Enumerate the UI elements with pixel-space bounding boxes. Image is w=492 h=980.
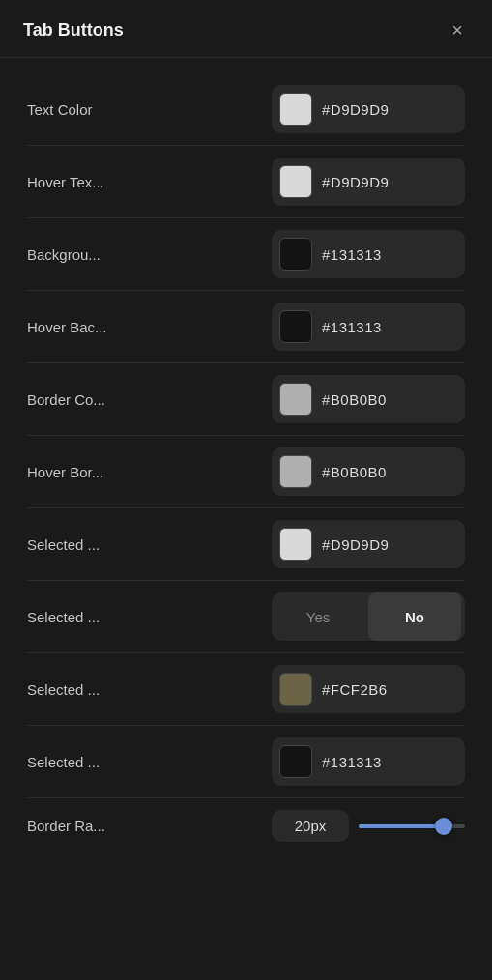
label-hover-border: Hover Bor... — [27, 464, 153, 480]
slider-fill-border-radius — [359, 824, 444, 828]
color-control-hover-border[interactable]: #B0B0B0 — [272, 447, 465, 496]
divider-7 — [27, 652, 465, 653]
divider-5 — [27, 507, 465, 508]
color-swatch-border-color — [279, 383, 312, 416]
toggle-control-selected-toggle: YesNo — [272, 592, 465, 641]
color-hex-selected-color2: #FCF2B6 — [322, 681, 388, 698]
color-swatch-selected-color3 — [279, 745, 312, 778]
divider-9 — [27, 797, 465, 798]
color-swatch-selected-color2 — [279, 673, 312, 706]
divider-0 — [27, 145, 465, 146]
color-swatch-text-color — [279, 93, 312, 126]
close-button[interactable]: × — [446, 17, 469, 43]
color-hex-selected-color3: #131313 — [322, 754, 382, 770]
row-text-color: Text Color#D9D9D9 — [27, 75, 465, 143]
slider-container-border-radius — [359, 824, 465, 828]
color-hex-text-color: #D9D9D9 — [322, 101, 389, 118]
divider-2 — [27, 290, 465, 291]
panel-title: Tab Buttons — [23, 20, 124, 41]
color-swatch-selected-text — [279, 528, 312, 561]
content-area: Text Color#D9D9D9Hover Tex...#D9D9D9Back… — [0, 58, 492, 869]
color-hex-selected-text: #D9D9D9 — [322, 536, 389, 553]
label-hover-background: Hover Bac... — [27, 319, 153, 335]
label-hover-text: Hover Tex... — [27, 174, 153, 190]
color-control-background[interactable]: #131313 — [272, 230, 465, 278]
slider-thumb-border-radius[interactable] — [435, 818, 452, 835]
color-control-selected-color3[interactable]: #131313 — [272, 737, 465, 786]
divider-3 — [27, 362, 465, 363]
divider-4 — [27, 435, 465, 436]
divider-8 — [27, 725, 465, 726]
panel: Tab Buttons × Text Color#D9D9D9Hover Tex… — [0, 0, 492, 980]
color-control-border-color[interactable]: #B0B0B0 — [272, 375, 465, 423]
color-control-text-color[interactable]: #D9D9D9 — [272, 85, 465, 133]
row-selected-text: Selected ...#D9D9D9 — [27, 510, 465, 578]
color-hex-hover-background: #131313 — [322, 319, 382, 335]
toggle-option-no[interactable]: No — [368, 592, 461, 641]
row-selected-toggle: Selected ...YesNo — [27, 583, 465, 650]
row-border-color: Border Co...#B0B0B0 — [27, 365, 465, 433]
color-hex-border-color: #B0B0B0 — [322, 391, 387, 408]
label-selected-color2: Selected ... — [27, 681, 153, 698]
divider-6 — [27, 580, 465, 581]
row-hover-text: Hover Tex...#D9D9D9 — [27, 148, 465, 216]
row-hover-border: Hover Bor...#B0B0B0 — [27, 438, 465, 505]
color-control-selected-color2[interactable]: #FCF2B6 — [272, 665, 465, 713]
label-border-radius: Border Ra... — [27, 818, 153, 834]
slider-control-border-radius: 20px — [272, 810, 465, 842]
color-swatch-background — [279, 238, 312, 271]
color-hex-hover-text: #D9D9D9 — [322, 174, 389, 190]
color-control-hover-background[interactable]: #131313 — [272, 303, 465, 351]
label-border-color: Border Co... — [27, 391, 153, 408]
color-swatch-hover-text — [279, 165, 312, 198]
color-control-selected-text[interactable]: #D9D9D9 — [272, 520, 465, 568]
label-selected-color3: Selected ... — [27, 754, 153, 770]
row-selected-color3: Selected ...#131313 — [27, 728, 465, 795]
row-hover-background: Hover Bac...#131313 — [27, 293, 465, 360]
color-control-hover-text[interactable]: #D9D9D9 — [272, 158, 465, 206]
toggle-option-yes[interactable]: Yes — [272, 592, 364, 641]
row-selected-color2: Selected ...#FCF2B6 — [27, 655, 465, 723]
px-input-border-radius[interactable]: 20px — [272, 810, 349, 842]
label-selected-text: Selected ... — [27, 536, 153, 553]
color-hex-hover-border: #B0B0B0 — [322, 464, 387, 480]
slider-track-border-radius[interactable] — [359, 824, 465, 828]
label-selected-toggle: Selected ... — [27, 609, 153, 625]
label-background: Backgrou... — [27, 246, 153, 263]
color-hex-background: #131313 — [322, 246, 382, 263]
color-swatch-hover-border — [279, 455, 312, 488]
row-background: Backgrou...#131313 — [27, 220, 465, 288]
row-border-radius: Border Ra...20px — [27, 800, 465, 851]
color-swatch-hover-background — [279, 310, 312, 343]
panel-header: Tab Buttons × — [0, 0, 492, 58]
label-text-color: Text Color — [27, 101, 153, 118]
divider-1 — [27, 217, 465, 218]
